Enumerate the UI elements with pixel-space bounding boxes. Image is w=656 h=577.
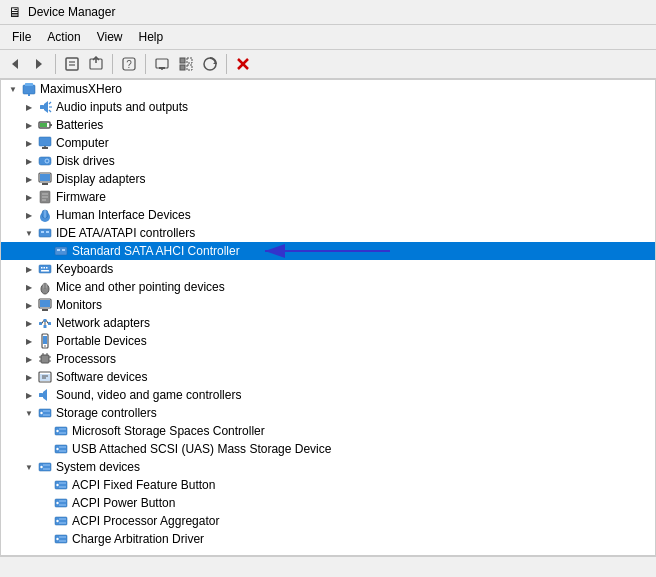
- tree-item-storage[interactable]: ▼Storage controllers: [1, 404, 655, 422]
- svg-rect-21: [25, 83, 33, 86]
- device-icon-network: [37, 315, 53, 331]
- tree-item-sata[interactable]: Standard SATA AHCI Controller: [1, 242, 655, 260]
- svg-marker-1: [36, 59, 42, 69]
- expand-arrow-acpi-power[interactable]: [37, 495, 53, 511]
- menu-file[interactable]: File: [4, 27, 39, 47]
- device-label-processors: Processors: [56, 352, 116, 366]
- expand-arrow-processors[interactable]: ▶: [21, 351, 37, 367]
- expand-arrow-acpi-proc[interactable]: [37, 513, 53, 529]
- expand-arrow-mice[interactable]: ▶: [21, 279, 37, 295]
- tree-item-diskdrives[interactable]: ▶Disk drives: [1, 152, 655, 170]
- svg-rect-49: [55, 247, 67, 255]
- tree-item-display[interactable]: ▶Display adapters: [1, 170, 655, 188]
- expand-arrow-acpi-fixed[interactable]: [37, 477, 53, 493]
- tree-item-computer[interactable]: ▶Computer: [1, 134, 655, 152]
- tree-item-storage-ms[interactable]: Microsoft Storage Spaces Controller: [1, 422, 655, 440]
- scan-button[interactable]: [199, 53, 221, 75]
- menu-help[interactable]: Help: [131, 27, 172, 47]
- expand-arrow-hid[interactable]: ▶: [21, 207, 37, 223]
- svg-rect-2: [66, 58, 78, 70]
- help-button[interactable]: ?: [118, 53, 140, 75]
- expand-arrow-audio[interactable]: ▶: [21, 99, 37, 115]
- menu-view[interactable]: View: [89, 27, 131, 47]
- svg-point-95: [56, 448, 58, 450]
- device-manager-button[interactable]: [151, 53, 173, 75]
- app-icon: 🖥: [8, 4, 22, 20]
- remove-button[interactable]: [232, 53, 254, 75]
- tree-item-acpi-fixed[interactable]: ACPI Fixed Feature Button: [1, 476, 655, 494]
- expand-arrow-root[interactable]: ▼: [5, 81, 21, 97]
- expand-arrow-batteries[interactable]: ▶: [21, 117, 37, 133]
- device-label-portable: Portable Devices: [56, 334, 147, 348]
- device-label-keyboards: Keyboards: [56, 262, 113, 276]
- window-title: Device Manager: [28, 5, 115, 19]
- tree-item-ide[interactable]: ▼IDE ATA/ATAPI controllers: [1, 224, 655, 242]
- device-label-sata: Standard SATA AHCI Controller: [72, 244, 240, 258]
- device-label-sound: Sound, video and game controllers: [56, 388, 241, 402]
- device-icon-monitors: [37, 297, 53, 313]
- svg-line-27: [49, 110, 51, 112]
- expand-arrow-storage-usb[interactable]: [37, 441, 53, 457]
- tree-item-audio[interactable]: ▶Audio inputs and outputs: [1, 98, 655, 116]
- expand-arrow-system[interactable]: ▼: [21, 459, 37, 475]
- svg-rect-55: [46, 267, 48, 269]
- expand-arrow-computer[interactable]: ▶: [21, 135, 37, 151]
- tree-item-hid[interactable]: ▶Human Interface Devices: [1, 206, 655, 224]
- expand-arrow-display[interactable]: ▶: [21, 171, 37, 187]
- tree-item-storage-usb[interactable]: USB Attached SCSI (UAS) Mass Storage Dev…: [1, 440, 655, 458]
- svg-rect-54: [44, 267, 46, 269]
- tree-item-sound[interactable]: ▶Sound, video and game controllers: [1, 386, 655, 404]
- device-icon-audio: [37, 99, 53, 115]
- tree-item-processors[interactable]: ▶Processors: [1, 350, 655, 368]
- expand-arrow-diskdrives[interactable]: ▶: [21, 153, 37, 169]
- expand-arrow-charge[interactable]: [37, 531, 53, 547]
- device-icon-mice: [37, 279, 53, 295]
- tree-item-firmware[interactable]: ▶Firmware: [1, 188, 655, 206]
- expand-arrow-keyboards[interactable]: ▶: [21, 261, 37, 277]
- expand-arrow-storage[interactable]: ▼: [21, 405, 37, 421]
- expand-arrow-sata[interactable]: [37, 243, 53, 259]
- device-label-storage-usb: USB Attached SCSI (UAS) Mass Storage Dev…: [72, 442, 331, 456]
- tree-item-acpi-proc[interactable]: ACPI Processor Aggregator: [1, 512, 655, 530]
- expand-arrow-software[interactable]: ▶: [21, 369, 37, 385]
- svg-rect-23: [40, 105, 44, 109]
- menu-action[interactable]: Action: [39, 27, 88, 47]
- expand-arrow-network[interactable]: ▶: [21, 315, 37, 331]
- expand-arrow-firmware[interactable]: ▶: [21, 189, 37, 205]
- device-label-root: MaximusXHero: [40, 82, 122, 96]
- device-icon-acpi-proc: [53, 513, 69, 529]
- svg-line-68: [47, 321, 49, 324]
- expand-arrow-portable[interactable]: ▶: [21, 333, 37, 349]
- svg-rect-50: [57, 249, 60, 251]
- show-hidden-button[interactable]: [175, 53, 197, 75]
- svg-line-25: [49, 102, 51, 104]
- tree-item-network[interactable]: ▶Network adapters: [1, 314, 655, 332]
- tree-item-charge[interactable]: Charge Arbitration Driver: [1, 530, 655, 548]
- properties-button[interactable]: [61, 53, 83, 75]
- svg-rect-31: [39, 137, 51, 146]
- expand-arrow-ide[interactable]: ▼: [21, 225, 37, 241]
- svg-rect-48: [46, 231, 49, 233]
- expand-arrow-monitors[interactable]: ▶: [21, 297, 37, 313]
- tree-item-system[interactable]: ▼System devices: [1, 458, 655, 476]
- expand-arrow-sound[interactable]: ▶: [21, 387, 37, 403]
- update-driver-button[interactable]: [85, 53, 107, 75]
- device-label-batteries: Batteries: [56, 118, 103, 132]
- tree-item-batteries[interactable]: ▶Batteries: [1, 116, 655, 134]
- expand-arrow-storage-ms[interactable]: [37, 423, 53, 439]
- svg-rect-56: [41, 270, 49, 272]
- device-label-storage: Storage controllers: [56, 406, 157, 420]
- tree-item-acpi-power[interactable]: ACPI Power Button: [1, 494, 655, 512]
- back-button[interactable]: [4, 53, 26, 75]
- tree-item-keyboards[interactable]: ▶Keyboards: [1, 260, 655, 278]
- tree-item-root[interactable]: ▼MaximusXHero: [1, 80, 655, 98]
- svg-rect-15: [187, 65, 192, 70]
- tree-item-portable[interactable]: ▶Portable Devices: [1, 332, 655, 350]
- tree-item-software[interactable]: ▶Software devices: [1, 368, 655, 386]
- forward-button[interactable]: [28, 53, 50, 75]
- tree-item-mice[interactable]: ▶Mice and other pointing devices: [1, 278, 655, 296]
- tree-item-monitors[interactable]: ▶Monitors: [1, 296, 655, 314]
- svg-rect-66: [44, 325, 47, 328]
- device-icon-root: [21, 81, 37, 97]
- svg-rect-30: [40, 123, 47, 127]
